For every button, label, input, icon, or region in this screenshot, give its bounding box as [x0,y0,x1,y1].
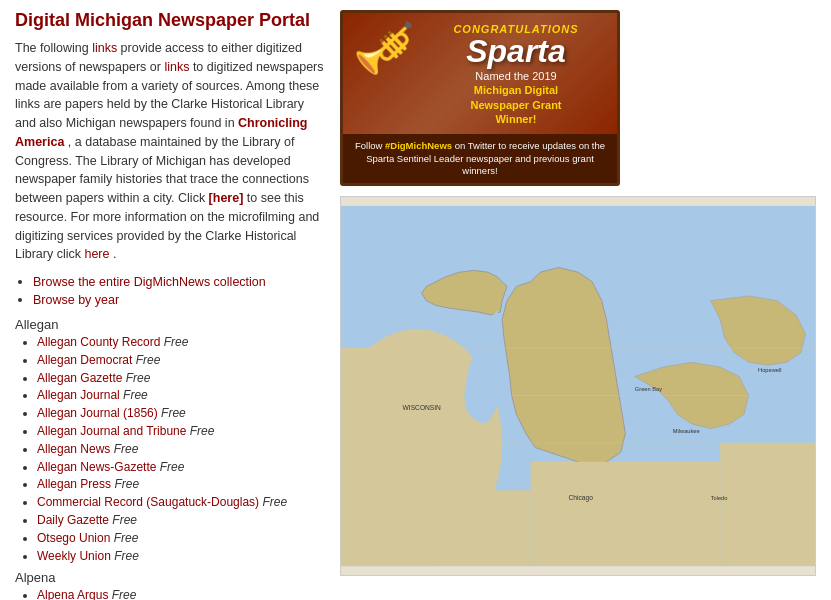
newspaper-link[interactable]: Alpena Argus [37,588,108,600]
banner-character-icon: 🎺 [353,23,415,73]
sparta-banner: 🎺 Congratulations Sparta Named the 2019 … [340,10,620,186]
list-item: Allegan Democrat Free [37,352,325,369]
county-section-allegan: AlleganAllegan County Record FreeAllegan… [15,317,325,564]
newspaper-link[interactable]: Daily Gazette [37,513,109,527]
newspaper-link[interactable]: Allegan News-Gazette [37,460,156,474]
newspaper-link[interactable]: Allegan Journal [37,388,120,402]
newspaper-link[interactable]: Weekly Union [37,549,111,563]
list-item: Allegan News-Gazette Free [37,459,325,476]
here-link1[interactable]: [here] [209,191,244,205]
free-label: Free [122,371,150,385]
list-item: Allegan Journal Free [37,387,325,404]
list-item: Otsego Union Free [37,530,325,547]
left-column: Digital Michigan Newspaper Portal The fo… [15,10,325,600]
county-name-alpena: Alpena [15,570,325,585]
free-label: Free [111,549,139,563]
list-item: Weekly Union Free [37,548,325,565]
svg-text:Green Bay: Green Bay [635,386,662,392]
list-item: Commercial Record (Saugatuck-Douglas) Fr… [37,494,325,511]
banner-footer-text: Follow #DigMichNews on Twitter to receiv… [351,140,609,177]
banner-footer: Follow #DigMichNews on Twitter to receiv… [343,134,617,183]
banner-main: 🎺 Congratulations Sparta Named the 2019 … [343,13,617,134]
michigan-map: WISCONSIN Green Bay Milwaukee Chicago To… [340,196,816,576]
browse-year-link[interactable]: Browse by year [33,293,119,307]
browse-year-item: Browse by year [33,292,325,307]
banner-subtitle: Named the 2019 Michigan Digital Newspape… [425,69,607,126]
browse-collection-item: Browse the entire DigMichNews collection [33,274,325,289]
newspaper-link[interactable]: Otsego Union [37,531,110,545]
free-label: Free [132,353,160,367]
free-label: Free [109,513,137,527]
counties-container: AlleganAllegan County Record FreeAllegan… [15,317,325,600]
free-label: Free [108,588,136,600]
browse-collection-link[interactable]: Browse the entire DigMichNews collection [33,275,266,289]
links-link1[interactable]: links [92,41,117,55]
newspaper-link[interactable]: Allegan Journal (1856) [37,406,158,420]
svg-text:Chicago: Chicago [569,494,594,502]
free-label: Free [111,477,139,491]
svg-text:Hopewell: Hopewell [758,367,781,373]
list-item: Allegan Journal and Tribune Free [37,423,325,440]
intro-paragraph: The following links provide access to ei… [15,39,325,264]
newspaper-link[interactable]: Allegan Press [37,477,111,491]
list-item: Allegan Journal (1856) Free [37,405,325,422]
svg-rect-3 [531,462,721,566]
newspaper-list-alpena: Alpena Argus FreeAlpena Evening News Fre… [15,587,325,600]
county-section-alpena: AlpenaAlpena Argus FreeAlpena Evening Ne… [15,570,325,600]
newspaper-link[interactable]: Allegan County Record [37,335,160,349]
chronicling-america-link[interactable]: Chronicling America [15,116,308,149]
newspaper-link[interactable]: Allegan Gazette [37,371,122,385]
free-label: Free [110,531,138,545]
svg-text:Toledo: Toledo [711,495,728,501]
list-item: Allegan News Free [37,441,325,458]
free-label: Free [158,406,186,420]
newspaper-link[interactable]: Allegan Democrat [37,353,132,367]
free-label: Free [160,335,188,349]
right-column: 🎺 Congratulations Sparta Named the 2019 … [340,10,816,600]
banner-city-name: Sparta [425,35,607,67]
newspaper-link[interactable]: Allegan News [37,442,110,456]
list-item: Allegan Press Free [37,476,325,493]
svg-rect-4 [341,490,531,566]
free-label: Free [120,388,148,402]
free-label: Free [156,460,184,474]
links-link2[interactable]: links [164,60,189,74]
free-label: Free [259,495,287,509]
svg-text:Milwaukee: Milwaukee [673,429,700,435]
map-svg: WISCONSIN Green Bay Milwaukee Chicago To… [341,197,815,575]
free-label: Free [110,442,138,456]
svg-text:WISCONSIN: WISCONSIN [403,404,441,411]
list-item: Allegan County Record Free [37,334,325,351]
here-link2[interactable]: here [84,247,109,261]
county-name-allegan: Allegan [15,317,325,332]
newspaper-link[interactable]: Allegan Journal and Tribune [37,424,186,438]
free-label: Free [186,424,214,438]
browse-links-list: Browse the entire DigMichNews collection… [15,274,325,307]
page-title: Digital Michigan Newspaper Portal [15,10,325,31]
newspaper-link[interactable]: Commercial Record (Saugatuck-Douglas) [37,495,259,509]
svg-rect-5 [720,443,815,566]
list-item: Allegan Gazette Free [37,370,325,387]
list-item: Daily Gazette Free [37,512,325,529]
newspaper-list-allegan: Allegan County Record FreeAllegan Democr… [15,334,325,564]
list-item: Alpena Argus Free [37,587,325,600]
